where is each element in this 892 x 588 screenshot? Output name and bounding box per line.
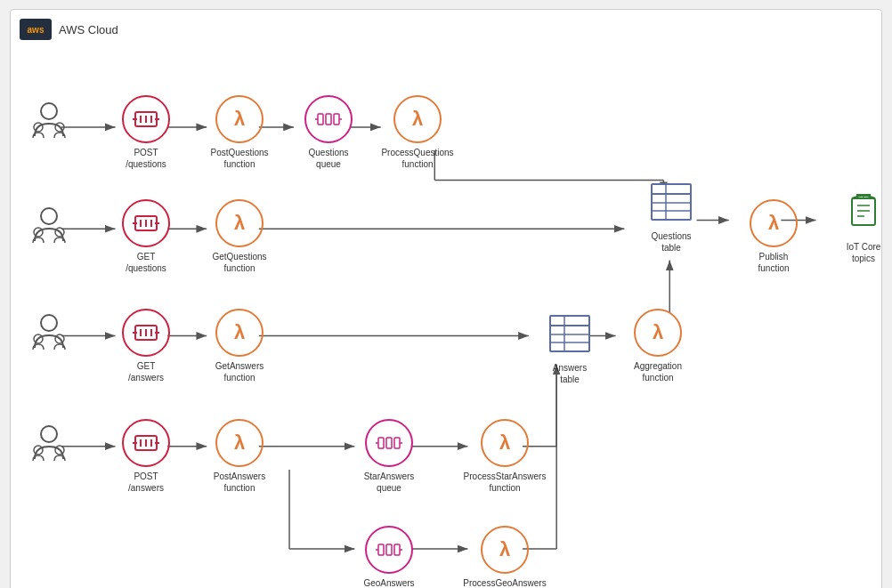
queue-1: Questionsqueue xyxy=(293,95,364,170)
lambda-label-publish: Publishfunction xyxy=(758,251,789,274)
queue-label-2: StarAnswersqueue xyxy=(364,471,415,494)
svg-rect-85 xyxy=(378,438,384,448)
lambda-icon-7: λ xyxy=(481,526,529,574)
lambda-publish: λ Publishfunction xyxy=(738,199,809,274)
svg-rect-57 xyxy=(852,198,875,225)
api-icon-1 xyxy=(122,95,170,143)
svg-rect-52 xyxy=(652,184,691,220)
lambda-2: λ GetQuestionsfunction xyxy=(204,199,275,274)
lambda-7: λ ProcessGeoAnswersfunction xyxy=(469,526,540,588)
user-1 xyxy=(27,101,71,138)
api-label-2: GET/questions xyxy=(126,251,166,274)
lambda-label-1: PostQuestionsfunction xyxy=(210,147,268,170)
lambda-icon-6: λ xyxy=(481,419,529,467)
api-gateway-2: GET/questions xyxy=(110,199,182,274)
api-icon-2 xyxy=(122,199,170,247)
lambda-label-5: ProcessQuestionsfunction xyxy=(381,147,453,170)
svg-point-29 xyxy=(41,103,57,119)
queue-3: GeoAnswersqueue xyxy=(353,526,425,588)
user-2 xyxy=(27,205,71,243)
lambda-icon-4: λ xyxy=(215,419,264,467)
lambda-4: λ PostAnswersfunction xyxy=(204,419,275,494)
svg-rect-87 xyxy=(394,438,400,448)
lambda-icon-publish: λ xyxy=(750,199,798,247)
diagram-area: POST/questions λ PostQuestionsfunction Q… xyxy=(20,45,872,588)
lambda-icon-5: λ xyxy=(393,95,442,143)
svg-rect-86 xyxy=(386,438,392,448)
api-gateway-3: GET/answers xyxy=(110,309,182,383)
questions-table-label: Questionstable xyxy=(651,230,691,254)
api-gateway-4: POST/answers xyxy=(110,419,182,494)
user-3 xyxy=(27,312,71,350)
svg-rect-92 xyxy=(394,544,400,555)
svg-rect-39 xyxy=(326,114,331,125)
lambda-label-4: PostAnswersfunction xyxy=(214,471,265,494)
api-label-3: GET/answers xyxy=(128,360,164,383)
queue-label-3: GeoAnswersqueue xyxy=(363,577,414,588)
svg-rect-38 xyxy=(318,114,323,125)
iot-label: IoT Coretopics xyxy=(847,241,881,264)
svg-point-43 xyxy=(41,208,57,224)
queue-2: StarAnswersqueue xyxy=(353,419,425,494)
svg-point-62 xyxy=(41,315,57,331)
lambda-label-6: ProcessStarAnswersfunction xyxy=(464,471,547,494)
lambda-label-aggregation: Aggregationfunction xyxy=(634,360,682,383)
api-gateway-1: POST/questions xyxy=(110,95,182,170)
api-icon-4 xyxy=(122,419,170,467)
lambda-label-3: GetAnswersfunction xyxy=(215,360,264,383)
main-container: aws AWS Cloud xyxy=(10,9,882,588)
api-icon-3 xyxy=(122,309,170,357)
lambda-3: λ GetAnswersfunction xyxy=(204,309,275,383)
svg-point-76 xyxy=(41,426,57,442)
api-label-1: POST/questions xyxy=(126,147,166,170)
queue-icon-3 xyxy=(365,526,413,574)
aws-logo: aws xyxy=(20,19,52,40)
queue-icon-1 xyxy=(304,95,353,143)
lambda-aggregation: λ Aggregationfunction xyxy=(622,309,693,383)
answers-table-label: Answerstable xyxy=(553,362,587,385)
lambda-icon-2: λ xyxy=(215,199,264,247)
svg-rect-71 xyxy=(550,316,589,351)
user-4 xyxy=(27,423,71,461)
lambda-6: λ ProcessStarAnswersfunction xyxy=(469,419,540,494)
svg-rect-91 xyxy=(386,544,392,555)
queue-label-1: Questionsqueue xyxy=(308,147,348,170)
aws-cloud-label: AWS Cloud xyxy=(59,23,118,36)
svg-rect-40 xyxy=(334,114,339,125)
lambda-label-7: ProcessGeoAnswersfunction xyxy=(463,577,546,588)
lambda-1: λ PostQuestionsfunction xyxy=(204,95,275,170)
answers-table: Answerstable xyxy=(534,309,605,385)
lambda-icon-1: λ xyxy=(215,95,264,143)
lambda-label-2: GetQuestionsfunction xyxy=(212,251,266,274)
questions-table: Questionstable xyxy=(636,177,707,254)
lambda-icon-aggregation: λ xyxy=(634,309,682,357)
lambda-5: λ ProcessQuestionsfunction xyxy=(382,95,453,170)
aws-header: aws AWS Cloud xyxy=(20,19,872,40)
iot-core: IoT Coretopics xyxy=(828,189,892,264)
svg-rect-90 xyxy=(378,544,384,555)
api-label-4: POST/answers xyxy=(128,471,164,494)
queue-icon-2 xyxy=(365,419,413,467)
lambda-icon-3: λ xyxy=(215,309,264,357)
